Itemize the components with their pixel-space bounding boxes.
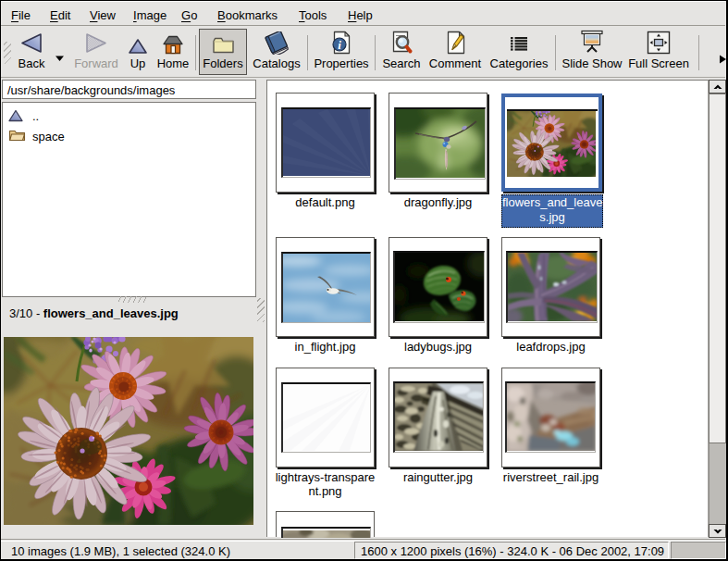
svg-text:i: i <box>338 38 341 52</box>
